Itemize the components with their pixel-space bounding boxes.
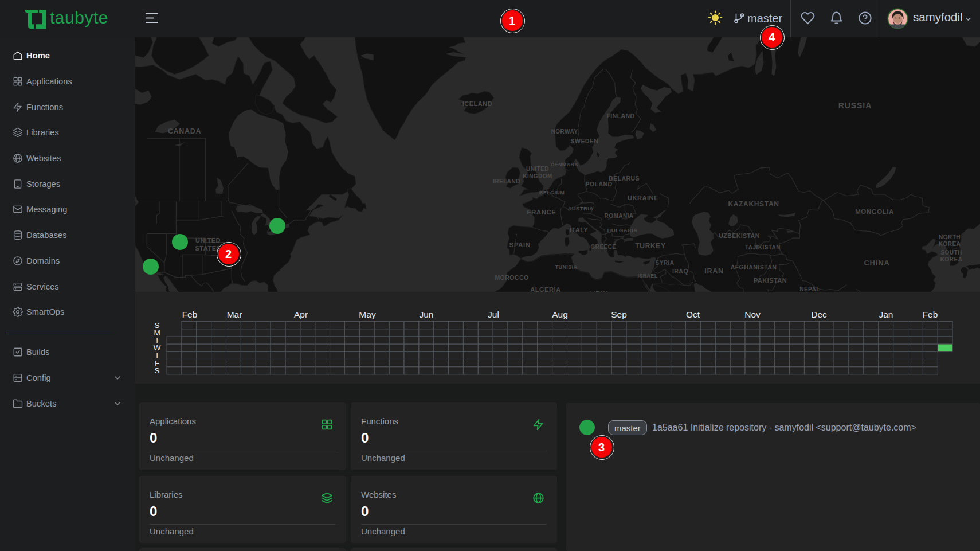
- svg-text:S: S: [154, 366, 159, 375]
- svg-text:NEPAL: NEPAL: [799, 286, 820, 292]
- svg-text:UKRAINE: UKRAINE: [628, 194, 658, 201]
- svg-text:Feb: Feb: [923, 310, 938, 319]
- svg-text:PAKISTAN: PAKISTAN: [754, 277, 787, 284]
- svg-text:ALGERIA: ALGERIA: [530, 286, 560, 292]
- svg-text:RUSSIA: RUSSIA: [838, 101, 872, 110]
- svg-text:IRAN: IRAN: [704, 267, 723, 275]
- svg-text:ROMANIA: ROMANIA: [605, 213, 634, 219]
- svg-text:MOROCCO: MOROCCO: [495, 274, 528, 281]
- svg-text:Oct: Oct: [686, 310, 700, 319]
- svg-text:KOREA: KOREA: [940, 256, 962, 263]
- svg-text:NORTH: NORTH: [939, 234, 961, 240]
- svg-text:NORWAY: NORWAY: [551, 128, 578, 135]
- svg-text:AFGHANISTAN: AFGHANISTAN: [731, 264, 777, 271]
- svg-text:UZBEKISTAN: UZBEKISTAN: [719, 232, 759, 239]
- svg-text:SYRIA: SYRIA: [656, 260, 675, 266]
- svg-text:Mar: Mar: [227, 310, 242, 319]
- svg-text:Nov: Nov: [744, 310, 761, 319]
- svg-text:MONGOLIA: MONGOLIA: [855, 208, 894, 215]
- svg-text:CHINA: CHINA: [864, 259, 889, 267]
- svg-text:BELGIUM: BELGIUM: [539, 190, 565, 196]
- svg-text:ISRAEL: ISRAEL: [637, 273, 657, 279]
- svg-text:Sep: Sep: [611, 310, 627, 319]
- svg-text:DENMARK: DENMARK: [551, 162, 579, 167]
- svg-text:TURKEY: TURKEY: [635, 242, 665, 250]
- svg-text:Aug: Aug: [552, 310, 568, 319]
- svg-text:FRANCE: FRANCE: [527, 209, 556, 216]
- svg-text:SOUTH: SOUTH: [940, 249, 962, 256]
- svg-text:BULGARIA: BULGARIA: [607, 227, 637, 233]
- svg-text:Apr: Apr: [294, 310, 308, 319]
- svg-text:AUSTRIA: AUSTRIA: [568, 205, 594, 212]
- svg-text:IRELAND: IRELAND: [493, 178, 520, 185]
- svg-text:Feb: Feb: [182, 310, 198, 319]
- svg-text:Dec: Dec: [811, 310, 827, 319]
- svg-text:TAJIKISTAN: TAJIKISTAN: [745, 244, 781, 251]
- svg-text:UNITED: UNITED: [526, 166, 549, 172]
- svg-text:ICELAND: ICELAND: [462, 100, 493, 107]
- svg-text:KINGDOM: KINGDOM: [523, 173, 552, 179]
- svg-text:May: May: [359, 310, 376, 319]
- svg-text:Jan: Jan: [879, 310, 893, 319]
- svg-text:TUNISIA: TUNISIA: [555, 264, 578, 270]
- svg-text:GREECE: GREECE: [591, 244, 617, 250]
- svg-text:Jul: Jul: [488, 310, 499, 319]
- svg-text:KOREA: KOREA: [939, 241, 961, 247]
- svg-text:CANADA: CANADA: [168, 127, 201, 135]
- svg-text:UNITED: UNITED: [195, 237, 221, 244]
- svg-text:Jun: Jun: [420, 310, 434, 319]
- svg-text:ITALY: ITALY: [570, 226, 588, 233]
- svg-text:KAZAKHSTAN: KAZAKHSTAN: [728, 200, 779, 208]
- svg-text:BELARUS: BELARUS: [609, 175, 640, 182]
- svg-text:FINLAND: FINLAND: [606, 112, 634, 119]
- svg-text:SPAIN: SPAIN: [509, 241, 531, 248]
- svg-text:IRAQ: IRAQ: [672, 268, 688, 275]
- svg-text:SWEDEN: SWEDEN: [571, 138, 599, 144]
